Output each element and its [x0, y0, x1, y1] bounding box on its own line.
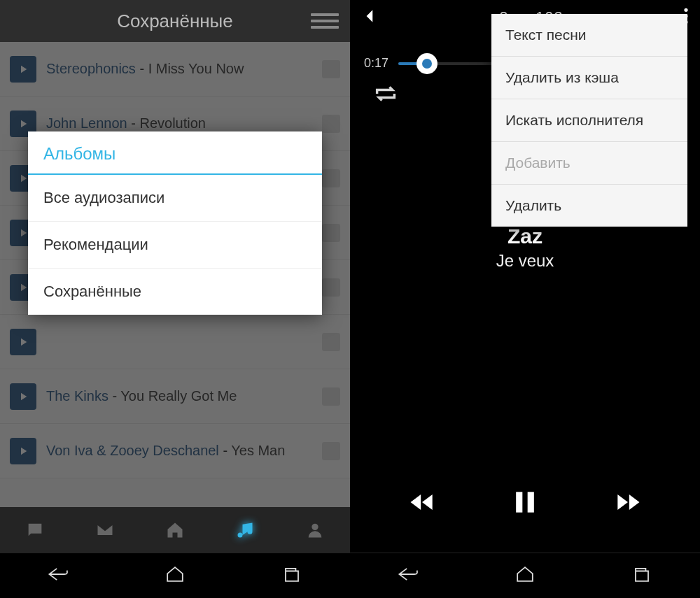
menu-item-add: Добавить [491, 142, 687, 185]
home-icon[interactable] [164, 519, 186, 541]
modal-item[interactable]: Все аудиозаписи [28, 175, 322, 222]
chat-icon[interactable] [24, 519, 46, 541]
recent-icon[interactable] [629, 564, 654, 588]
app-nav-bar [0, 507, 350, 553]
playback-controls [350, 472, 700, 535]
recent-icon[interactable] [279, 564, 304, 588]
seek-thumb[interactable] [416, 53, 438, 74]
prev-button[interactable] [407, 487, 438, 520]
menu-item-delete[interactable]: Удалить [491, 185, 687, 227]
music-icon[interactable] [234, 519, 256, 541]
song-title: Je veux [350, 251, 700, 271]
modal-item[interactable]: Рекомендации [28, 222, 322, 269]
back-icon[interactable] [396, 564, 421, 588]
menu-item-lyrics[interactable]: Текст песни [491, 14, 687, 57]
back-icon[interactable] [46, 564, 71, 588]
header-title: Сохранённые [117, 10, 233, 32]
svg-point-0 [684, 8, 687, 12]
modal-item[interactable]: Сохранённые [28, 269, 322, 315]
header: Сохранённые [0, 0, 350, 42]
system-nav [0, 553, 350, 598]
svg-rect-3 [516, 492, 522, 512]
home-sys-icon[interactable] [512, 564, 538, 588]
now-playing: Zaz Je veux [350, 225, 700, 271]
profile-icon[interactable] [304, 519, 326, 541]
system-nav [350, 553, 700, 598]
song-artist: Zaz [350, 225, 700, 248]
hamburger-icon[interactable] [311, 0, 339, 42]
albums-modal: Альбомы Все аудиозаписи Рекомендации Сох… [28, 131, 322, 315]
menu-item-remove-cache[interactable]: Удалить из кэша [491, 57, 687, 99]
context-menu: Текст песни Удалить из кэша Искать испол… [491, 14, 687, 227]
back-arrow-icon[interactable] [361, 7, 379, 28]
modal-title: Альбомы [28, 131, 322, 175]
menu-item-search-artist[interactable]: Искать исполнителя [491, 99, 687, 142]
svg-rect-4 [528, 492, 534, 512]
phone-left: Сохранённые Stereophonics - I Miss You N… [0, 0, 350, 598]
phone-right: 2 из 103 0:17 Zaz Je veux Текст песни Уд… [350, 0, 700, 598]
elapsed-time: 0:17 [364, 56, 388, 71]
next-button[interactable] [612, 487, 643, 520]
mail-icon[interactable] [94, 519, 116, 541]
pause-button[interactable] [510, 487, 540, 520]
home-sys-icon[interactable] [162, 564, 188, 588]
